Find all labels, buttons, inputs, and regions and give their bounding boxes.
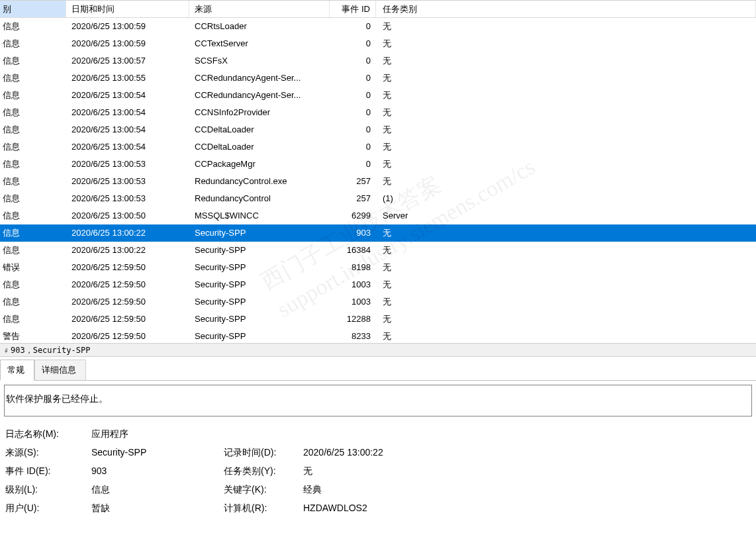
cell-task: 无 xyxy=(376,104,756,121)
event-row[interactable]: 信息2020/6/25 13:00:59CCRtsLoader0无 xyxy=(0,18,756,35)
detail-title-bar: ﹟903，Security-SPP xyxy=(0,344,756,357)
cell-date: 2020/6/25 13:00:57 xyxy=(66,52,189,70)
event-row[interactable]: 信息2020/6/25 13:00:53RedundancyControl.ex… xyxy=(0,173,756,190)
level-value: 信息 xyxy=(91,484,224,496)
source-label: 来源(S): xyxy=(5,447,91,459)
cell-level: 错误 xyxy=(0,259,66,276)
cell-id: 0 xyxy=(330,138,376,156)
cell-source: RedundancyControl.exe xyxy=(189,173,330,190)
cell-level: 信息 xyxy=(0,207,66,224)
cell-task: 无 xyxy=(376,328,756,341)
event-properties-grid: 日志名称(M): 应用程序 来源(S): Security-SPP 记录时间(D… xyxy=(4,416,752,514)
cell-date: 2020/6/25 13:00:53 xyxy=(66,190,189,207)
event-row[interactable]: 信息2020/6/25 13:00:54CCDeltaLoader0无 xyxy=(0,138,756,156)
cell-id: 0 xyxy=(330,87,376,104)
event-row[interactable]: 信息2020/6/25 13:00:57SCSFsX0无 xyxy=(0,52,756,70)
cell-id: 257 xyxy=(330,190,376,207)
event-row[interactable]: 信息2020/6/25 13:00:55CCRedundancyAgent-Se… xyxy=(0,70,756,87)
cell-id: 1003 xyxy=(330,276,376,293)
source-value: Security-SPP xyxy=(91,447,224,459)
cell-id: 8198 xyxy=(330,259,376,276)
cell-source: Security-SPP xyxy=(189,311,330,328)
column-header-row: 别 日期和时间 来源 事件 ID 任务类别 xyxy=(0,1,756,18)
event-row[interactable]: 信息2020/6/25 13:00:22Security-SPP903无 xyxy=(0,224,756,242)
cell-id: 0 xyxy=(330,35,376,52)
cell-level: 信息 xyxy=(0,104,66,121)
keywords-value: 经典 xyxy=(303,484,751,496)
event-row[interactable]: 信息2020/6/25 13:00:50MSSQL$WINCC6299Serve… xyxy=(0,207,756,224)
cell-task: 无 xyxy=(376,173,756,190)
cell-date: 2020/6/25 12:59:50 xyxy=(66,276,189,293)
event-row[interactable]: 信息2020/6/25 13:00:59CCTextServer0无 xyxy=(0,35,756,52)
cell-date: 2020/6/25 13:00:50 xyxy=(66,207,189,224)
cell-level: 信息 xyxy=(0,224,66,242)
cell-id: 8233 xyxy=(330,328,376,341)
cell-source: Security-SPP xyxy=(189,293,330,311)
cell-source: CCDeltaLoader xyxy=(189,138,330,156)
cell-task: 无 xyxy=(376,70,756,87)
cell-level: 信息 xyxy=(0,70,66,87)
tab-general[interactable]: 常规 xyxy=(0,360,34,381)
cell-date: 2020/6/25 13:00:54 xyxy=(66,87,189,104)
cell-level: 信息 xyxy=(0,293,66,311)
column-header-level[interactable]: 别 xyxy=(0,1,66,17)
event-message-box: 软件保护服务已经停止。 xyxy=(4,385,752,416)
column-header-date[interactable]: 日期和时间 xyxy=(66,1,189,17)
cell-level: 信息 xyxy=(0,173,66,190)
event-row[interactable]: 信息2020/6/25 12:59:50Security-SPP12288无 xyxy=(0,311,756,328)
cell-source: CCNSInfo2Provider xyxy=(189,104,330,121)
cell-task: 无 xyxy=(376,242,756,259)
column-header-task[interactable]: 任务类别 xyxy=(376,1,756,17)
cell-task: 无 xyxy=(376,18,756,35)
cell-id: 16384 xyxy=(330,242,376,259)
cell-level: 信息 xyxy=(0,18,66,35)
event-row[interactable]: 信息2020/6/25 12:59:50Security-SPP1003无 xyxy=(0,276,756,293)
cell-source: CCRedundancyAgent-Ser... xyxy=(189,70,330,87)
cell-level: 信息 xyxy=(0,276,66,293)
column-header-source[interactable]: 来源 xyxy=(189,1,330,17)
cell-date: 2020/6/25 13:00:22 xyxy=(66,224,189,242)
event-row[interactable]: 错误2020/6/25 12:59:50Security-SPP8198无 xyxy=(0,259,756,276)
cell-task: 无 xyxy=(376,293,756,311)
cell-level: 警告 xyxy=(0,328,66,341)
logname-value: 应用程序 xyxy=(91,428,224,440)
cell-id: 0 xyxy=(330,104,376,121)
event-row[interactable]: 信息2020/6/25 13:00:22Security-SPP16384无 xyxy=(0,242,756,259)
cell-date: 2020/6/25 13:00:22 xyxy=(66,242,189,259)
event-row[interactable]: 警告2020/6/25 12:59:50Security-SPP8233无 xyxy=(0,328,756,341)
computer-label: 计算机(R): xyxy=(224,503,303,514)
event-rows-container: 信息2020/6/25 13:00:59CCRtsLoader0无信息2020/… xyxy=(0,18,756,344)
cell-level: 信息 xyxy=(0,242,66,259)
cell-date: 2020/6/25 13:00:53 xyxy=(66,156,189,173)
event-list: 别 日期和时间 来源 事件 ID 任务类别 信息2020/6/25 13:00:… xyxy=(0,0,756,344)
cell-source: Security-SPP xyxy=(189,276,330,293)
cell-source: CCRedundancyAgent-Ser... xyxy=(189,87,330,104)
cell-task: 无 xyxy=(376,52,756,70)
cell-date: 2020/6/25 13:00:54 xyxy=(66,121,189,138)
cell-id: 0 xyxy=(330,156,376,173)
recordtime-label: 记录时间(D): xyxy=(224,447,303,459)
cell-date: 2020/6/25 12:59:50 xyxy=(66,328,189,341)
cell-date: 2020/6/25 12:59:50 xyxy=(66,293,189,311)
tab-details[interactable]: 详细信息 xyxy=(34,360,86,381)
cell-source: Security-SPP xyxy=(189,328,330,341)
detail-pane: 软件保护服务已经停止。 日志名称(M): 应用程序 来源(S): Securit… xyxy=(0,381,756,514)
cell-task: 无 xyxy=(376,87,756,104)
column-header-id[interactable]: 事件 ID xyxy=(330,1,376,17)
cell-date: 2020/6/25 13:00:54 xyxy=(66,104,189,121)
cell-id: 0 xyxy=(330,18,376,35)
event-row[interactable]: 信息2020/6/25 13:00:54CCNSInfo2Provider0无 xyxy=(0,104,756,121)
event-row[interactable]: 信息2020/6/25 13:00:53CCPackageMgr0无 xyxy=(0,156,756,173)
cell-task: 无 xyxy=(376,276,756,293)
cell-id: 257 xyxy=(330,173,376,190)
cell-level: 信息 xyxy=(0,121,66,138)
taskcat-label: 任务类别(Y): xyxy=(224,465,303,477)
event-row[interactable]: 信息2020/6/25 13:00:54CCDeltaLoader0无 xyxy=(0,121,756,138)
event-row[interactable]: 信息2020/6/25 12:59:50Security-SPP1003无 xyxy=(0,293,756,311)
cell-id: 0 xyxy=(330,70,376,87)
event-row[interactable]: 信息2020/6/25 13:00:53RedundancyControl257… xyxy=(0,190,756,207)
cell-id: 1003 xyxy=(330,293,376,311)
event-row[interactable]: 信息2020/6/25 13:00:54CCRedundancyAgent-Se… xyxy=(0,87,756,104)
cell-source: Security-SPP xyxy=(189,242,330,259)
cell-id: 0 xyxy=(330,52,376,70)
